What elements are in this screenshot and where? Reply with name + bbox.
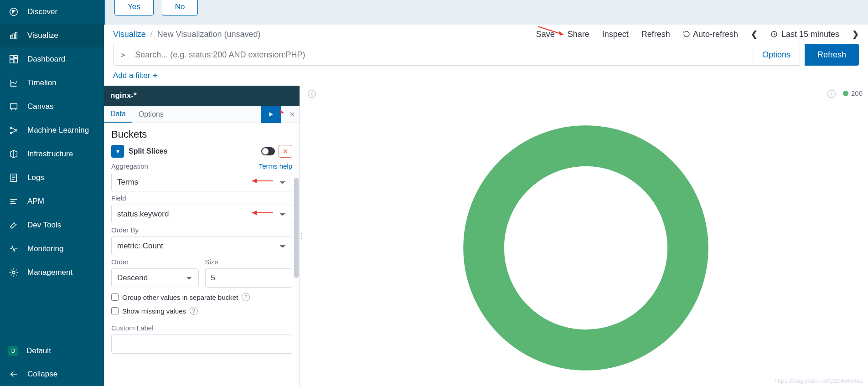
index-pattern-header[interactable]: nginx-* <box>104 86 300 106</box>
close-icon <box>282 148 289 154</box>
delete-bucket-button[interactable] <box>279 145 292 158</box>
svg-marker-1 <box>12 10 15 13</box>
svg-line-15 <box>12 128 15 130</box>
show-missing-row[interactable]: Show missing values ? <box>111 307 292 315</box>
save-button[interactable]: Save <box>536 30 555 39</box>
crumb-actions-row: Visualize / New Visualization (unsaved) … <box>104 25 868 39</box>
auto-refresh-button[interactable]: Auto-refresh <box>683 30 738 39</box>
time-next-button[interactable]: ❯ <box>852 29 859 39</box>
config-tabs: Data Options ◣ <box>104 106 300 123</box>
nav-item-collapse[interactable]: Collapse <box>0 362 104 386</box>
size-label: Size <box>205 258 293 266</box>
svg-point-41 <box>484 146 688 350</box>
apply-changes-button[interactable] <box>261 106 281 123</box>
nav-item-timelion[interactable]: Timelion <box>0 71 104 95</box>
collapse-bucket-button[interactable]: ▾ <box>111 145 124 158</box>
yes-button[interactable]: Yes <box>114 0 154 15</box>
field-select[interactable]: status.keyword <box>111 205 292 223</box>
help-icon[interactable]: ? <box>242 293 250 301</box>
nav-item-ml[interactable]: Machine Learning <box>0 118 104 142</box>
svg-rect-7 <box>14 58 17 63</box>
svg-marker-30 <box>269 112 273 116</box>
wrench-icon <box>8 220 19 231</box>
nav-item-visualize[interactable]: Visualize <box>0 24 104 47</box>
chart-next-button[interactable] <box>827 89 836 100</box>
close-icon <box>289 111 295 118</box>
size-input[interactable] <box>205 268 293 288</box>
aggregation-select[interactable]: Terms <box>111 173 292 191</box>
scrollbar[interactable] <box>294 178 299 278</box>
telemetry-banner: Yes No <box>104 0 868 25</box>
svg-point-14 <box>16 129 17 131</box>
enable-bucket-toggle[interactable] <box>261 147 275 155</box>
orderby-label: Order By <box>111 226 292 234</box>
group-other-row[interactable]: Group other values in separate bucket ? <box>111 293 292 301</box>
terms-help-link[interactable]: Terms help <box>259 162 292 170</box>
breadcrumb: Visualize / New Visualization (unsaved) <box>113 30 261 39</box>
svg-point-39 <box>308 90 316 98</box>
top-actions: Save Share Inspect Refresh Auto-refresh … <box>536 29 859 39</box>
search-row: >_ Options Refresh <box>104 39 868 66</box>
svg-rect-8 <box>10 60 13 63</box>
nav-label: Visualize <box>27 31 58 40</box>
add-filter-button[interactable]: Add a filter + <box>113 71 157 80</box>
canvas-icon <box>8 101 19 112</box>
nav-label: Machine Learning <box>27 126 89 135</box>
orderby-select[interactable]: metric: Count <box>111 237 292 255</box>
buckets-title: Buckets <box>111 129 292 140</box>
refresh-button[interactable]: Refresh <box>805 44 859 66</box>
nav-item-canvas[interactable]: Canvas <box>0 95 104 118</box>
nav-item-monitoring[interactable]: Monitoring <box>0 237 104 261</box>
nav-label: Management <box>27 268 72 277</box>
breadcrumb-root[interactable]: Visualize <box>113 30 146 39</box>
nav-item-default-space[interactable]: D Default <box>0 340 104 362</box>
inspect-button[interactable]: Inspect <box>602 30 629 39</box>
search-box[interactable]: >_ <box>113 44 753 66</box>
help-icon[interactable]: ? <box>190 307 198 315</box>
discard-changes-button[interactable] <box>285 106 300 123</box>
order-select[interactable]: Descend <box>111 268 199 287</box>
bucket-name: Split Slices <box>129 147 167 155</box>
tab-data[interactable]: Data <box>104 106 132 123</box>
nav-item-devtools[interactable]: Dev Tools <box>0 213 104 237</box>
chart-prev-button[interactable] <box>307 89 316 100</box>
refresh-link[interactable]: Refresh <box>641 30 670 39</box>
auto-refresh-label: Auto-refresh <box>693 30 738 39</box>
chart-legend[interactable]: 200 <box>843 89 863 97</box>
show-missing-checkbox[interactable] <box>111 307 119 314</box>
chevron-right-icon <box>827 89 836 98</box>
bar-chart-icon <box>8 30 19 41</box>
gear-icon <box>8 267 19 278</box>
nav-item-infrastructure[interactable]: Infrastructure <box>0 142 104 166</box>
nav-item-discover[interactable]: Discover <box>0 0 104 24</box>
nav-item-apm[interactable]: APM <box>0 190 104 213</box>
compass-icon <box>8 6 19 17</box>
svg-point-12 <box>10 127 12 129</box>
search-input[interactable] <box>135 50 745 60</box>
watermark: https://blog.csdn.net/Q274948451 <box>775 377 863 384</box>
custom-label-input[interactable] <box>111 335 292 354</box>
time-range-label: Last 15 minutes <box>781 30 839 39</box>
no-button[interactable]: No <box>162 0 198 15</box>
time-prev-button[interactable]: ❮ <box>751 29 758 39</box>
group-other-checkbox[interactable] <box>111 293 119 301</box>
nav-item-logs[interactable]: Logs <box>0 166 104 190</box>
field-label: Field <box>111 194 292 202</box>
time-range-button[interactable]: Last 15 minutes <box>770 30 839 39</box>
share-button[interactable]: Share <box>568 30 589 39</box>
chevron-left-icon <box>307 89 316 98</box>
main: Yes No Visualize / New Visualization (un… <box>104 0 868 386</box>
breadcrumb-current: New Visualization (unsaved) <box>157 30 261 39</box>
tab-options[interactable]: Options <box>132 107 170 122</box>
order-label: Order <box>111 258 199 266</box>
nav-item-dashboard[interactable]: Dashboard <box>0 47 104 71</box>
panel-resizer[interactable]: ⋮ <box>300 86 304 386</box>
apm-icon <box>8 196 19 207</box>
svg-line-16 <box>12 131 15 133</box>
svg-point-25 <box>12 271 15 274</box>
config-panel: nginx-* Data Options ◣ Buckets <box>104 86 300 386</box>
group-other-label: Group other values in separate bucket <box>122 293 238 301</box>
options-link[interactable]: Options <box>753 44 800 66</box>
svg-rect-9 <box>10 104 17 109</box>
nav-item-management[interactable]: Management <box>0 261 104 284</box>
